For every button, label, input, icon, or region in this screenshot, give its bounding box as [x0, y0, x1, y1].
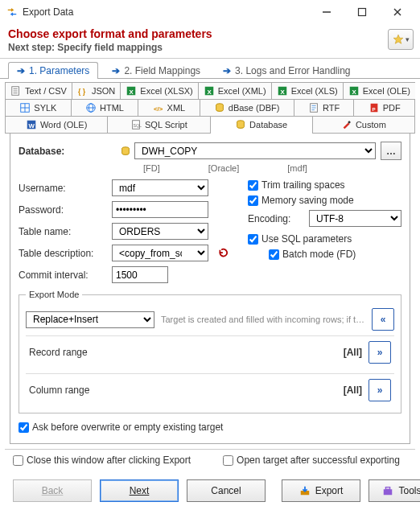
username-combo[interactable]: mdf	[112, 179, 208, 196]
svg-text:X: X	[280, 88, 285, 96]
page-heading: Choose export format and parameters	[8, 27, 412, 40]
database-browse-button[interactable]: …	[381, 142, 401, 160]
export-mode-expand-button[interactable]: «	[372, 308, 394, 331]
format-custom[interactable]: Custom	[313, 117, 414, 134]
format-text-csv[interactable]: Text / CSV	[6, 83, 72, 100]
svg-text:X: X	[207, 88, 212, 96]
step-logs[interactable]: ➔ 3. Logs and Error Handling	[214, 62, 359, 79]
format-excel-ole[interactable]: XExcel (OLE)	[344, 83, 415, 100]
format-excel-xml[interactable]: XExcel (XML)	[199, 83, 272, 100]
format-pdf[interactable]: PPDF	[354, 100, 414, 117]
arrow-right-icon: ➔	[17, 65, 25, 76]
format-sylk[interactable]: SYLK	[6, 100, 72, 117]
window-minimize[interactable]	[309, 1, 344, 23]
format-database[interactable]: Database	[211, 117, 313, 134]
window-title: Export Data	[23, 6, 309, 18]
svg-text:</>: </>	[153, 105, 163, 113]
format-word-ole[interactable]: WWord (OLE)	[6, 117, 108, 134]
password-field[interactable]	[112, 201, 208, 218]
column-range-label: Column range	[29, 385, 344, 396]
encoding-combo[interactable]: UTF-8	[309, 210, 401, 227]
tdesc-combo[interactable]: <copy_from_source>	[112, 245, 208, 261]
next-button[interactable]: Next	[100, 479, 179, 502]
tdesc-label: Table description:	[19, 248, 107, 259]
format-xml[interactable]: </>XML	[138, 100, 200, 117]
titlebar: Export Data	[0, 0, 420, 24]
back-button[interactable]: Back	[13, 479, 92, 502]
table-label: Table name:	[19, 226, 107, 237]
wizard-steps: ➔ 1. Parameters ➔ 2. Field Mappings ➔ 3.…	[0, 60, 420, 79]
column-range-button[interactable]: »	[369, 379, 391, 401]
page-subheading: Next step: Specify field mappings	[8, 42, 412, 53]
trim-checkbox[interactable]: Trim trailing spaces	[248, 179, 401, 191]
export-mode-legend: Export Mode	[26, 290, 82, 299]
export-mode-group: Export Mode Replace+Insert Target is cre…	[19, 294, 401, 413]
svg-text:SQL: SQL	[133, 123, 142, 128]
favorites-button[interactable]: ▾	[388, 29, 414, 50]
record-range-label: Record range	[29, 347, 344, 358]
button-bar: Back Next Cancel Export Tools▾	[5, 473, 415, 506]
svg-rect-41	[386, 487, 390, 490]
format-tabs: Text / CSV { }JSON XExcel (XLSX) XExcel …	[5, 82, 415, 134]
table-combo[interactable]: ORDERS	[112, 223, 208, 240]
window-close[interactable]	[380, 1, 415, 23]
export-icon	[299, 485, 311, 496]
step-field-mappings[interactable]: ➔ 2. Field Mappings	[103, 62, 209, 79]
export-mode-hint: Target is created and filled with incomi…	[161, 315, 365, 324]
export-mode-combo[interactable]: Replace+Insert	[26, 311, 154, 328]
database-label: Database:	[19, 146, 115, 157]
commit-field[interactable]	[112, 266, 168, 283]
cancel-button[interactable]: Cancel	[187, 479, 266, 502]
password-label: Password:	[19, 204, 107, 216]
encoding-label: Encoding:	[248, 213, 304, 224]
commit-label: Commit interval:	[19, 269, 107, 281]
app-swap-icon	[6, 6, 18, 18]
batch-checkbox[interactable]: Batch mode (FD)	[248, 249, 401, 260]
step-label: 2. Field Mappings	[124, 65, 200, 76]
arrow-right-icon: ➔	[112, 65, 120, 76]
record-range-button[interactable]: »	[369, 341, 391, 364]
toolbox-icon	[382, 485, 393, 496]
svg-text:X: X	[130, 88, 134, 96]
svg-text:P: P	[372, 106, 375, 112]
record-range-value: [All]	[344, 347, 362, 358]
svg-text:X: X	[352, 88, 356, 96]
arrow-right-icon: ➔	[223, 65, 231, 76]
format-xlsx[interactable]: XExcel (XLSX)	[121, 83, 198, 100]
tools-button[interactable]: Tools▾	[369, 479, 420, 502]
svg-text:{ }: { }	[78, 88, 86, 96]
format-xls[interactable]: XExcel (XLS)	[272, 83, 344, 100]
db-hints: [FD] [Oracle] [mdf]	[19, 163, 401, 173]
format-json[interactable]: { }JSON	[72, 83, 121, 100]
tdesc-reset-button[interactable]	[213, 245, 231, 261]
step-label: 1. Parameters	[29, 65, 89, 76]
use-sql-checkbox[interactable]: Use SQL parameters	[248, 233, 401, 245]
close-after-checkbox[interactable]: Close this window after clicking Export	[13, 455, 191, 466]
format-html[interactable]: HTML	[72, 100, 139, 117]
step-parameters[interactable]: ➔ 1. Parameters	[8, 62, 98, 79]
memory-checkbox[interactable]: Memory saving mode	[248, 195, 401, 206]
database-icon	[120, 146, 131, 157]
svg-rect-40	[384, 489, 393, 495]
format-rtf[interactable]: RTF	[294, 100, 355, 117]
svg-marker-4	[393, 35, 403, 43]
database-combo[interactable]: DWH_COPY	[134, 142, 376, 159]
username-label: Username:	[19, 183, 107, 194]
svg-rect-1	[359, 9, 366, 16]
window-maximize[interactable]	[344, 1, 380, 23]
svg-text:W: W	[28, 122, 35, 130]
format-sql-script[interactable]: SQLSQL Script	[108, 117, 210, 134]
format-dbf[interactable]: dBase (DBF)	[200, 100, 294, 117]
step-label: 3. Logs and Error Handling	[235, 65, 350, 76]
column-range-value: [All]	[344, 385, 362, 396]
parameters-panel: Database: DWH_COPY … [FD] [Oracle] [mdf]…	[10, 134, 410, 444]
ask-overwrite-checkbox[interactable]: Ask before overwrite or empty existing t…	[19, 422, 401, 433]
export-button[interactable]: Export	[282, 479, 360, 502]
open-after-checkbox[interactable]: Open target after successful exporting	[223, 455, 400, 466]
